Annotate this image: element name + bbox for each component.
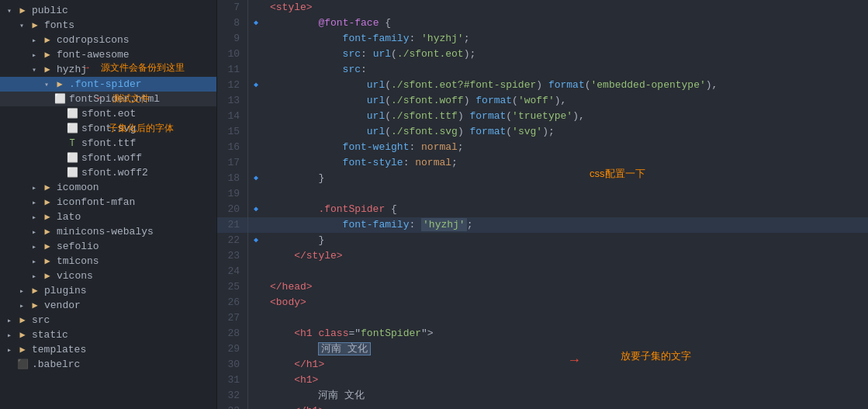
line-gutter-21 (248, 217, 264, 233)
tree-label-vicons: vicons (57, 270, 93, 282)
code-line-20: 20 ◆ .fontSpider { (217, 202, 868, 217)
folder-icon-plugins: ▶ (28, 285, 42, 296)
tree-item-font-awesome[interactable]: ▶ font-awesome (0, 47, 216, 62)
line-content-9: font-family: 'hyzhj'; (264, 31, 868, 47)
tree-item-src[interactable]: ▶ src (0, 313, 216, 328)
folder-icon-tmicons: ▶ (40, 255, 54, 267)
code-line-16: 16 font-weight: normal; (217, 140, 868, 155)
line-gutter-7 (248, 0, 264, 16)
line-content-30: </h1> (264, 357, 868, 373)
folder-icon-hyzhj: ▶ (40, 64, 54, 75)
code-line-28: 28 <h1 class="fontSpider"> (217, 326, 868, 341)
tree-item-templates[interactable]: ▶ templates (0, 342, 216, 357)
code-editor-panel[interactable]: css配置一下 放要子集的文字 → 7 <style> 8 ◆ @font-fa… (217, 0, 868, 409)
tree-label-font-awesome: font-awesome (57, 49, 130, 61)
line-content-23: </style> (264, 248, 868, 264)
tree-item-hyzhj[interactable]: ▶ hyzhj 源文件会备份到这里 → (0, 62, 216, 77)
line-content-19 (264, 186, 868, 202)
tree-item-font-spider[interactable]: ▶ .font-spider (0, 77, 216, 92)
tree-item-codropsicons[interactable]: ▶ codropsicons (0, 33, 216, 47)
tree-item-lato[interactable]: ▶ lato (0, 210, 216, 224)
line-number-28: 28 (217, 326, 248, 341)
line-content-8: @font-face { (264, 16, 868, 31)
tree-label-sfont-ttf: sfont.ttf (81, 137, 136, 149)
tree-item-vendor[interactable]: ▶ vendor (0, 298, 216, 313)
folder-icon-codropsicons: ▶ (40, 34, 54, 46)
line-gutter-17 (248, 155, 264, 171)
h1-content-box: 河南 文化 (318, 342, 371, 355)
tree-item-babelrc[interactable]: ⬛ .babelrc (0, 357, 216, 372)
line-number-8: 8 (217, 16, 248, 31)
code-line-32: 32 河南 文化 (217, 388, 868, 404)
tree-item-tmicons[interactable]: ▶ tmicons (0, 254, 216, 269)
code-line-29: 29 河南 文化 (217, 341, 868, 357)
tree-label-tmicons: tmicons (57, 255, 99, 267)
folder-icon-sefolio: ▶ (40, 241, 54, 252)
folder-icon-font-spider: ▶ (53, 78, 67, 90)
tree-item-public[interactable]: ▶ public (0, 3, 216, 18)
line-number-20: 20 (217, 202, 248, 217)
tree-item-sfont-svg[interactable]: ⬜ sfont.svg 子集化后的字体 (0, 121, 216, 136)
tree-label-sfont-woff2: sfont.woff2 (81, 167, 148, 179)
line-content-7: <style> (264, 0, 868, 16)
tree-label-fontspider-html: fontSpider.html (69, 93, 160, 105)
line-content-31: <h1> (264, 373, 868, 388)
tree-label-templates: templates (32, 344, 86, 355)
tree-item-sfont-eot[interactable]: ⬜ sfont.eot (0, 106, 216, 121)
code-line-30: 30 </h1> (217, 357, 868, 373)
tree-item-fontspider-html[interactable]: ⬜ fontSpider.html 测试文件 → (0, 92, 216, 106)
tree-item-icomoon[interactable]: ▶ icomoon (0, 180, 216, 195)
line-gutter-16 (248, 140, 264, 155)
file-icon-eot: ⬜ (65, 108, 79, 120)
line-gutter-11 (248, 62, 264, 78)
line-content-10: src: url(./sfont.eot); (264, 47, 868, 62)
line-number-11: 11 (217, 62, 248, 78)
line-gutter-25 (248, 279, 264, 295)
code-line-22: 22 ◆ } (217, 233, 868, 248)
tree-arrow-iconfont-mfan (28, 198, 40, 207)
tree-item-sfont-woff[interactable]: ⬜ sfont.woff (0, 151, 216, 165)
code-line-19: 19 (217, 186, 868, 202)
file-icon-woff: ⬜ (65, 152, 79, 164)
line-content-28: <h1 class="fontSpider"> (264, 326, 868, 341)
line-number-16: 16 (217, 140, 248, 155)
tree-item-sfont-ttf[interactable]: T sfont.ttf (0, 136, 216, 151)
code-line-7: 7 <style> (217, 0, 868, 16)
tree-label-fonts: fonts (44, 19, 74, 31)
tree-arrow-fonts (16, 21, 28, 30)
line-content-27 (264, 310, 868, 326)
line-number-26: 26 (217, 295, 248, 310)
code-line-9: 9 font-family: 'hyzhj'; (217, 31, 868, 47)
tree-label-sfont-woff: sfont.woff (81, 152, 142, 164)
line-number-24: 24 (217, 264, 248, 279)
line-gutter-27 (248, 310, 264, 326)
code-line-13: 13 url(./sfont.woff) format('woff'), (217, 93, 868, 109)
code-line-15: 15 url(./sfont.svg) format('svg'); (217, 124, 868, 140)
tree-arrow-static (3, 331, 16, 340)
tree-item-sefolio[interactable]: ▶ sefolio (0, 239, 216, 254)
tree-arrow-hyzhj (28, 65, 40, 75)
line-gutter-13 (248, 93, 264, 109)
tree-item-sfont-woff2[interactable]: ⬜ sfont.woff2 (0, 165, 216, 180)
line-content-20: .fontSpider { (264, 202, 868, 217)
folder-icon-icomoon: ▶ (40, 182, 54, 193)
tree-arrow-lato (28, 213, 40, 222)
tree-arrow-src (3, 316, 16, 325)
folder-icon-iconfont-mfan: ▶ (40, 196, 54, 208)
tree-label-iconfont-mfan: iconfont-mfan (57, 196, 135, 208)
tree-item-minicons[interactable]: ▶ minicons-webalys (0, 224, 216, 239)
tree-item-fonts[interactable]: ▶ fonts (0, 18, 216, 33)
line-number-19: 19 (217, 186, 248, 202)
line-gutter-22: ◆ (248, 233, 264, 248)
tree-item-static[interactable]: ▶ static (0, 328, 216, 342)
line-content-21: font-family: 'hyzhj'; (264, 217, 868, 233)
line-number-32: 32 (217, 388, 248, 404)
tree-item-plugins[interactable]: ▶ plugins (0, 283, 216, 298)
tree-item-vicons[interactable]: ▶ vicons (0, 269, 216, 283)
code-line-11: 11 src: (217, 62, 868, 78)
tree-item-iconfont-mfan[interactable]: ▶ iconfont-mfan (0, 195, 216, 210)
tree-arrow-templates (3, 345, 16, 355)
tree-label-icomoon: icomoon (57, 182, 99, 193)
folder-icon-lato: ▶ (40, 211, 54, 223)
line-number-22: 22 (217, 233, 248, 248)
